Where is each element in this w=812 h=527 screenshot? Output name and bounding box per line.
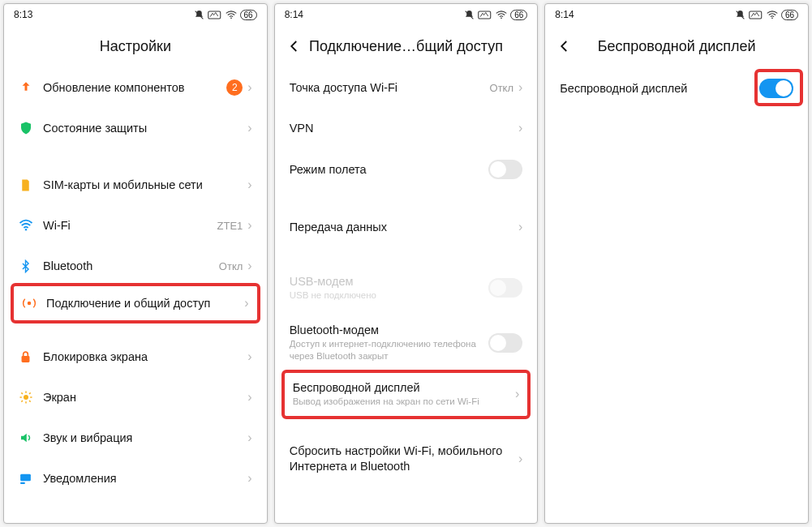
update-badge: 2 — [226, 79, 243, 96]
chevron-right-icon: › — [247, 121, 251, 135]
status-icons: 66 — [194, 10, 257, 20]
wifi-icon — [767, 11, 778, 19]
svg-rect-1 — [208, 11, 220, 19]
chevron-right-icon: › — [247, 259, 251, 273]
row-value: ZTE1 — [217, 220, 243, 232]
row-label: Экран — [43, 391, 247, 404]
row-label: Bluetooth — [43, 259, 219, 272]
row-label: SIM-карты и мобильные сети — [43, 178, 247, 191]
battery-box-icon — [749, 11, 763, 19]
page-title: Настройки — [4, 25, 267, 67]
sim-icon — [19, 178, 43, 192]
row-security[interactable]: Состояние защиты › — [4, 108, 267, 148]
usb-toggle — [488, 278, 522, 298]
row-lock[interactable]: Блокировка экрана › — [4, 336, 267, 377]
airplane-toggle[interactable] — [488, 160, 522, 179]
svg-rect-5 — [22, 356, 30, 362]
wireless-display-list: Беспроводной дисплей — [545, 67, 808, 523]
row-hotspot[interactable]: Точка доступа Wi-Fi Откл › — [275, 67, 538, 108]
row-bluetooth[interactable]: Bluetooth Откл › — [4, 246, 267, 286]
wifi-icon — [496, 11, 507, 19]
wireless-display-toggle[interactable] — [759, 79, 793, 98]
chevron-right-icon: › — [247, 390, 251, 405]
chevron-right-icon: › — [515, 387, 519, 401]
battery-pct: 66 — [240, 10, 257, 20]
status-time: 8:13 — [14, 9, 32, 20]
row-label: Режим полета — [290, 163, 489, 176]
status-icons: 66 — [464, 10, 527, 20]
notification-icon — [19, 472, 43, 486]
row-sim[interactable]: SIM-карты и мобильные сети › — [4, 165, 267, 205]
chevron-right-icon: › — [247, 431, 251, 445]
page-title: Беспроводной дисплей — [545, 25, 808, 67]
row-sub: USB не подключено — [290, 289, 489, 301]
row-wifi[interactable]: Wi-Fi ZTE1 › — [4, 205, 267, 246]
row-display[interactable]: Экран › — [4, 377, 267, 418]
row-label: Точка доступа Wi-Fi — [290, 81, 490, 94]
svg-line-13 — [21, 401, 23, 402]
phone-connectivity: 8:14 66 Подключение…бщий доступ Точка до… — [274, 3, 539, 524]
row-sub: Вывод изображения на экран по сети Wi-Fi — [293, 396, 515, 407]
back-button[interactable] — [555, 36, 574, 56]
row-airplane[interactable]: Режим полета — [275, 148, 538, 191]
chevron-right-icon: › — [247, 471, 251, 486]
row-label: USB-модем — [290, 275, 489, 288]
row-reset-network[interactable]: Сбросить настройки Wi-Fi, мобильного Инт… — [275, 432, 538, 486]
row-label: Сбросить настройки Wi-Fi, мобильного Инт… — [290, 443, 518, 475]
chevron-right-icon: › — [518, 121, 522, 135]
chevron-right-icon: › — [518, 80, 522, 95]
phone-wireless-display: 8:14 66 Беспроводной дисплей Беспроводно… — [544, 3, 809, 524]
row-sound[interactable]: Звук и вибрация › — [4, 418, 267, 458]
row-label: Уведомления — [43, 472, 247, 485]
row-label: Блокировка экрана — [43, 350, 247, 363]
svg-point-2 — [230, 17, 232, 19]
row-vpn[interactable]: VPN › — [275, 108, 538, 148]
back-button[interactable] — [285, 36, 304, 56]
page-title: Подключение…бщий доступ — [275, 25, 538, 67]
svg-line-14 — [29, 392, 31, 394]
row-label: VPN — [290, 122, 518, 135]
silent-icon — [735, 10, 745, 20]
svg-rect-21 — [750, 11, 762, 19]
row-datatransfer[interactable]: Передача данных › — [275, 207, 538, 247]
row-usb-modem: USB-модем USB не подключено — [275, 264, 538, 312]
battery-box-icon — [478, 11, 492, 19]
bt-modem-toggle[interactable] — [488, 333, 522, 353]
row-label: Wi-Fi — [43, 219, 217, 232]
battery-box-icon — [208, 11, 222, 19]
chevron-right-icon: › — [247, 349, 251, 364]
row-notifications[interactable]: Уведомления › — [4, 458, 267, 499]
row-label: Состояние защиты — [43, 122, 247, 135]
svg-rect-15 — [20, 473, 31, 481]
row-sub: Доступ к интернет-подключению телефона ч… — [290, 338, 489, 362]
svg-rect-16 — [20, 482, 25, 483]
chevron-right-icon: › — [518, 452, 522, 466]
row-wireless-display[interactable]: Беспроводной дисплей Вывод изображения н… — [281, 370, 531, 418]
row-wireless-display[interactable]: Беспроводной дисплей — [545, 67, 808, 109]
svg-line-12 — [29, 401, 31, 402]
battery-pct: 66 — [781, 10, 798, 20]
wifi-icon — [226, 11, 237, 19]
svg-line-11 — [21, 392, 23, 394]
row-connectivity[interactable]: Подключение и общий доступ › — [11, 283, 260, 323]
status-bar: 8:14 66 — [545, 4, 808, 25]
phone-settings: 8:13 66 Настройки Обновление компонентов… — [3, 3, 268, 524]
row-label: Беспроводной дисплей — [293, 381, 515, 394]
row-label: Передача данных — [290, 221, 518, 234]
row-bt-modem[interactable]: Bluetooth-модем Доступ к интернет-подклю… — [275, 312, 538, 373]
status-time: 8:14 — [555, 9, 574, 20]
chevron-left-icon — [557, 39, 572, 54]
status-icons: 66 — [735, 10, 798, 20]
silent-icon — [464, 10, 475, 20]
lock-icon — [19, 350, 43, 364]
update-icon — [19, 80, 43, 95]
chevron-right-icon: › — [247, 178, 251, 192]
row-updates[interactable]: Обновление компонентов 2 › — [4, 67, 267, 108]
chevron-right-icon: › — [247, 80, 251, 95]
chevron-right-icon: › — [247, 218, 251, 233]
row-label: Беспроводной дисплей — [560, 82, 759, 95]
svg-point-4 — [28, 302, 32, 306]
svg-point-22 — [771, 17, 773, 19]
row-label: Обновление компонентов — [43, 81, 226, 94]
svg-rect-18 — [479, 11, 491, 19]
